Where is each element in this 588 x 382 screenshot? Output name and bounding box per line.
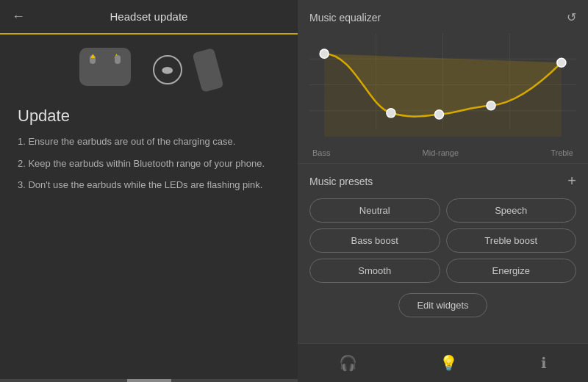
left-arrow-icon: ▲: [90, 51, 97, 60]
midrange-label: Mid-range: [423, 148, 459, 157]
earbuds-image: ▲ ▲: [79, 48, 138, 92]
preset-bass-boost[interactable]: Bass boost: [309, 228, 440, 253]
header: ← Headset update: [0, 0, 298, 35]
treble-label: Treble: [551, 148, 573, 157]
eq-svg: [309, 32, 576, 138]
back-button[interactable]: ←: [12, 9, 25, 24]
eq-point-3[interactable]: [434, 110, 443, 119]
presets-grid: Neutral Speech Bass boost Treble boost S…: [309, 198, 576, 283]
bottom-nav: 🎧 💡 ℹ: [298, 343, 588, 382]
update-title: Update: [18, 107, 280, 126]
right-arrow-icon: ▲: [113, 51, 121, 60]
info-icon: ℹ: [541, 354, 547, 372]
edit-widgets-button[interactable]: Edit widgets: [398, 293, 487, 317]
presets-title: Music presets: [309, 176, 373, 187]
eq-point-4[interactable]: [487, 101, 495, 110]
presets-header: Music presets +: [309, 173, 576, 190]
phone-image: [192, 48, 223, 93]
edit-widgets-container: Edit widgets: [309, 293, 576, 317]
nav-item-info[interactable]: ℹ: [526, 351, 562, 375]
eq-point-5[interactable]: [557, 58, 566, 67]
add-preset-icon[interactable]: +: [567, 173, 576, 190]
preset-treble-boost[interactable]: Treble boost: [446, 228, 577, 253]
eq-header: Music equalizer ↺: [309, 10, 576, 24]
update-step-3: 3. Don't use the earbuds while the LEDs …: [18, 178, 280, 192]
reset-icon[interactable]: ↺: [567, 10, 576, 24]
bluetooth-icon: ⬬: [153, 55, 182, 84]
right-panel: Music equalizer ↺: [298, 0, 588, 382]
nav-item-headphones[interactable]: 🎧: [324, 351, 372, 375]
preset-speech[interactable]: Speech: [446, 198, 577, 223]
headphones-icon: 🎧: [339, 354, 357, 372]
eq-title: Music equalizer: [309, 12, 381, 24]
presets-section: Music presets + Neutral Speech Bass boos…: [298, 164, 588, 343]
illustration: ▲ ▲ ⬬: [0, 35, 298, 99]
eq-point-1[interactable]: [320, 49, 329, 58]
left-panel: ← Headset update ▲ ▲ ⬬ Update 1. Ensure …: [0, 0, 298, 382]
update-content: Update 1. Ensure the earbuds are out of …: [0, 99, 298, 207]
equalizer-section: Music equalizer ↺: [298, 0, 588, 164]
bass-label: Bass: [312, 148, 330, 157]
preset-smooth[interactable]: Smooth: [309, 259, 440, 283]
eq-point-2[interactable]: [387, 109, 395, 118]
preset-energize[interactable]: Energize: [446, 259, 577, 283]
update-step-1: 1. Ensure the earbuds are out of the cha…: [18, 134, 280, 149]
light-icon: 💡: [440, 354, 458, 372]
bottom-bar: [0, 379, 298, 382]
update-step-2: 2. Keep the earbuds within Bluetooth ran…: [18, 156, 280, 171]
nav-item-light[interactable]: 💡: [425, 351, 473, 375]
preset-neutral[interactable]: Neutral: [309, 198, 440, 223]
eq-labels: Bass Mid-range Treble: [309, 145, 576, 157]
eq-chart: [309, 32, 576, 145]
header-title: Headset update: [110, 10, 188, 23]
earbud-case: ▲ ▲: [79, 48, 131, 86]
